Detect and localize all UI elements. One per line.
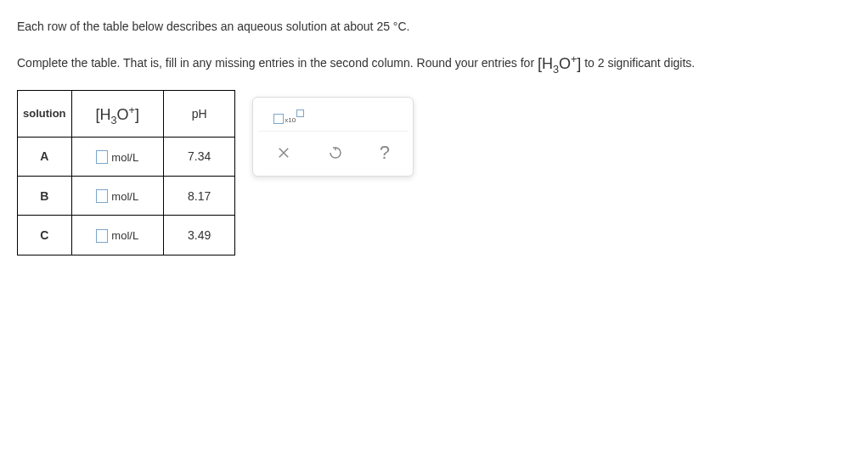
solution-label: C xyxy=(18,216,72,255)
table-row: A mol/L 7.34 xyxy=(18,137,235,176)
concentration-input-cell[interactable]: mol/L xyxy=(71,137,163,176)
input-box-icon[interactable] xyxy=(96,150,108,164)
ph-value: 3.49 xyxy=(163,216,234,255)
table-row: C mol/L 3.49 xyxy=(18,216,235,255)
h3o-formula-inline: [H3O+] xyxy=(538,55,581,72)
instruction-line1: Each row of the table below describes an… xyxy=(17,17,851,36)
instruction-line2-before: Complete the table. That is, fill in any… xyxy=(17,56,538,70)
instruction-line2: Complete the table. That is, fill in any… xyxy=(17,49,851,76)
input-box-icon[interactable] xyxy=(96,189,108,203)
solution-label: B xyxy=(18,177,72,216)
toolbox-panel: x10 ? xyxy=(252,97,414,177)
solution-label: A xyxy=(18,137,72,176)
ph-value: 7.34 xyxy=(163,137,234,176)
unit-label: mol/L xyxy=(111,229,138,242)
concentration-input-cell[interactable]: mol/L xyxy=(71,177,163,216)
concentration-input-cell[interactable]: mol/L xyxy=(71,216,163,255)
help-button[interactable]: ? xyxy=(373,138,397,167)
exponent-box-icon xyxy=(296,109,304,117)
header-ph: pH xyxy=(163,91,234,138)
reset-button[interactable] xyxy=(321,142,350,164)
table-row: B mol/L 8.17 xyxy=(18,177,235,216)
ph-value: 8.17 xyxy=(163,177,234,216)
header-h3o: [H3O+] xyxy=(71,91,163,138)
header-solution: solution xyxy=(18,91,72,138)
instruction-line2-after: to 2 significant digits. xyxy=(581,56,695,70)
scientific-notation-button[interactable]: x10 xyxy=(267,106,311,127)
input-box-icon[interactable] xyxy=(96,229,108,243)
solution-table: solution [H3O+] pH A mol/L 7.34 B mol/L … xyxy=(17,90,235,255)
close-icon xyxy=(276,145,291,160)
unit-label: mol/L xyxy=(111,190,138,203)
mantissa-box-icon xyxy=(273,114,284,124)
x10-label: x10 xyxy=(285,116,296,124)
undo-icon xyxy=(328,145,343,160)
unit-label: mol/L xyxy=(111,151,138,164)
clear-button[interactable] xyxy=(269,142,298,164)
